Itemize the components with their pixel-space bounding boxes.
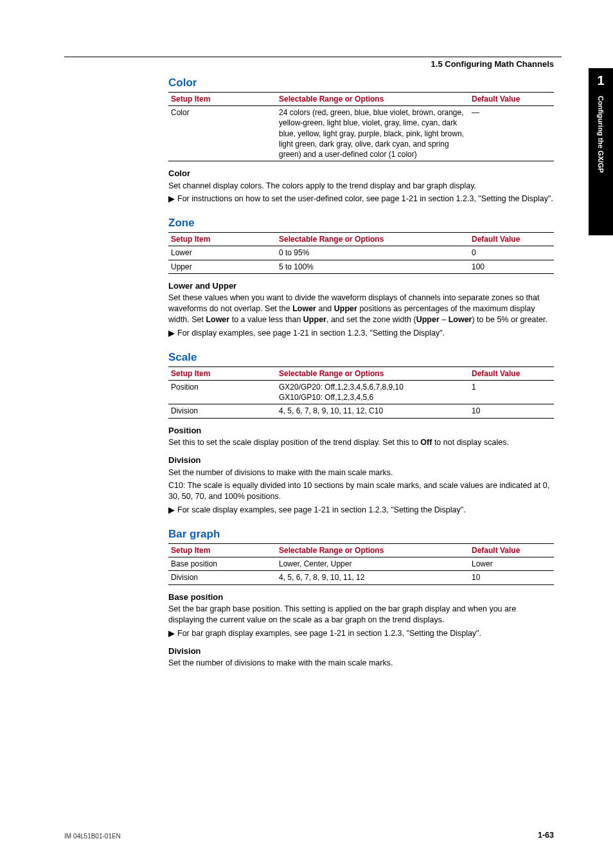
xref-text: For scale display examples, see page 1-2…: [177, 505, 466, 514]
th-options: Selectable Range or Options: [276, 233, 469, 246]
xref: For instructions on how to set the user-…: [168, 194, 554, 204]
t: –: [440, 315, 449, 324]
xref-text: For display examples, see page 1-21 in s…: [177, 329, 445, 338]
triangle-icon: [168, 629, 175, 640]
cell: 0 to 95%: [276, 246, 469, 260]
th-default: Default Value: [469, 233, 554, 246]
cell: 4, 5, 6, 7, 8, 9, 10, 11, 12: [276, 571, 469, 584]
cell: Lower: [469, 557, 554, 571]
section-scale: Scale Setup Item Selectable Range or Opt…: [168, 350, 554, 516]
footer-doc-id: IM 04L51B01-01EN: [64, 833, 121, 840]
t: ) to be 5% or greater.: [472, 315, 547, 324]
para: Set the number of divisions to make with…: [168, 467, 554, 478]
subhead-division: Division: [168, 455, 554, 466]
t: Lower: [206, 315, 229, 324]
para: Set the number of divisions to make with…: [168, 658, 554, 669]
section-title-scale: Scale: [168, 350, 554, 365]
th-options: Selectable Range or Options: [276, 92, 469, 105]
cell: 5 to 100%: [276, 260, 469, 273]
th-default: Default Value: [469, 366, 554, 380]
section-color: Color Setup Item Selectable Range or Opt…: [168, 76, 554, 204]
subhead-division-2: Division: [168, 646, 554, 657]
chapter-number: 1: [589, 68, 613, 88]
t: , and set the zone width (: [326, 315, 416, 324]
table-scale: Setup Item Selectable Range or Options D…: [168, 366, 554, 419]
cell: 1: [469, 381, 554, 404]
para: Set channel display colors. The colors a…: [168, 181, 554, 192]
t: Lower: [292, 304, 316, 313]
table-row: Position GX20/GP20: Off,1,2,3,4,5,6,7,8,…: [168, 381, 554, 404]
cell: Color: [168, 106, 276, 161]
table-color: Setup Item Selectable Range or Options D…: [168, 92, 554, 161]
subhead-position: Position: [168, 425, 554, 437]
page-content: Color Setup Item Selectable Range or Opt…: [168, 76, 554, 680]
cell: Division: [168, 404, 276, 418]
cell: 4, 5, 6, 7, 8, 9, 10, 11, 12, C10: [276, 404, 469, 418]
section-title-zone: Zone: [168, 216, 554, 231]
t: Lower: [449, 315, 472, 324]
cell: Lower, Center, Upper: [276, 557, 469, 571]
table-zone: Setup Item Selectable Range or Options D…: [168, 232, 554, 274]
xref: For scale display examples, see page 1-2…: [168, 505, 554, 516]
section-title-bargraph: Bar graph: [168, 527, 554, 542]
table-bargraph: Setup Item Selectable Range or Options D…: [168, 543, 554, 585]
cell: Upper: [168, 260, 276, 273]
th-options: Selectable Range or Options: [276, 366, 469, 380]
t: Upper: [303, 315, 326, 324]
t: Off: [420, 438, 432, 447]
cell: Position: [168, 381, 276, 404]
table-row: Color 24 colors (red, green, blue, blue …: [168, 106, 554, 161]
svg-marker-3: [168, 631, 175, 637]
subhead-color: Color: [168, 168, 554, 179]
triangle-icon: [168, 329, 175, 340]
t: Set this to set the scale display positi…: [168, 438, 420, 447]
cell: —: [469, 106, 554, 161]
subhead-lower-upper: Lower and Upper: [168, 280, 554, 292]
table-row: Lower 0 to 95% 0: [168, 246, 554, 260]
table-row: Base position Lower, Center, Upper Lower: [168, 557, 554, 571]
section-zone: Zone Setup Item Selectable Range or Opti…: [168, 216, 554, 339]
t: to not display scales.: [432, 438, 509, 447]
th-setup-item: Setup Item: [168, 233, 276, 246]
cell: GX20/GP20: Off,1,2,3,4,5,6,7,8,9,10 GX10…: [276, 381, 469, 404]
para: Set these values when you want to divide…: [168, 293, 554, 325]
cell: Division: [168, 571, 276, 584]
cell: Lower: [168, 246, 276, 260]
svg-marker-2: [168, 507, 175, 514]
table-row: Division 4, 5, 6, 7, 8, 9, 10, 11, 12, C…: [168, 404, 554, 418]
header-rule: [64, 57, 562, 57]
breadcrumb: 1.5 Configuring Math Channels: [431, 59, 554, 69]
cell: 100: [469, 260, 554, 273]
xref: For bar graph display examples, see page…: [168, 628, 554, 639]
subhead-base-position: Base position: [168, 592, 554, 603]
chapter-tab: 1 Configuring the GX/GP: [589, 68, 613, 235]
footer-page-number: 1-63: [538, 831, 554, 840]
t: Upper: [416, 315, 440, 324]
chapter-label: Configuring the GX/GP: [597, 88, 605, 173]
t: Upper: [334, 304, 357, 313]
cell: 24 colors (red, green, blue, blue violet…: [276, 106, 469, 161]
xref-text: For bar graph display examples, see page…: [177, 629, 481, 638]
cell: 0: [469, 246, 554, 260]
th-options: Selectable Range or Options: [276, 544, 469, 557]
th-default: Default Value: [469, 92, 554, 105]
cell: 10: [469, 404, 554, 418]
section-bargraph: Bar graph Setup Item Selectable Range or…: [168, 527, 554, 669]
para: Set this to set the scale display positi…: [168, 437, 554, 448]
svg-marker-1: [168, 330, 175, 337]
section-title-color: Color: [168, 76, 554, 91]
xref-text: For instructions on how to set the user-…: [177, 194, 553, 203]
cell: Base position: [168, 557, 276, 571]
table-row: Upper 5 to 100% 100: [168, 260, 554, 273]
para: C10: The scale is equally divided into 1…: [168, 480, 554, 502]
th-setup-item: Setup Item: [168, 92, 276, 105]
cell: 10: [469, 571, 554, 584]
triangle-icon: [168, 506, 175, 517]
t: to a value less than: [229, 315, 303, 324]
th-setup-item: Setup Item: [168, 366, 276, 380]
xref: For display examples, see page 1-21 in s…: [168, 328, 554, 339]
table-row: Division 4, 5, 6, 7, 8, 9, 10, 11, 12 10: [168, 571, 554, 584]
svg-marker-0: [168, 196, 175, 203]
th-default: Default Value: [469, 544, 554, 557]
para: Set the bar graph base position. This se…: [168, 604, 554, 626]
